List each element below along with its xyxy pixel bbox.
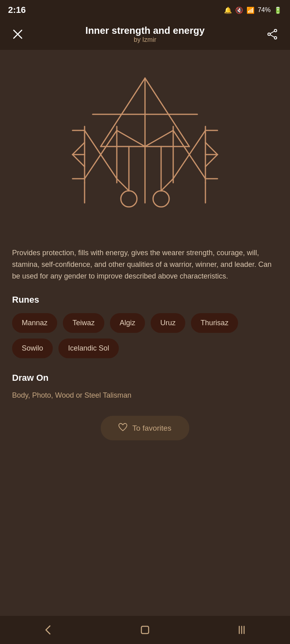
close-button[interactable] bbox=[10, 26, 26, 42]
recent-icon bbox=[236, 624, 247, 636]
page-title-block: Inner strength and energy by Izmir bbox=[26, 25, 264, 43]
svg-line-33 bbox=[161, 179, 173, 191]
share-button[interactable] bbox=[264, 26, 280, 42]
rune-badge-uruz[interactable]: Uruz bbox=[151, 313, 185, 333]
runes-section-title: Runes bbox=[12, 295, 278, 305]
status-time: 2:16 bbox=[8, 5, 26, 15]
heart-icon bbox=[118, 423, 127, 433]
rune-badge-teiwaz[interactable]: Teiwaz bbox=[63, 313, 104, 333]
battery-icon: 🔋 bbox=[274, 6, 282, 14]
draw-on-title: Draw On bbox=[12, 373, 278, 383]
svg-point-4 bbox=[268, 33, 270, 35]
home-button[interactable] bbox=[129, 620, 161, 640]
back-icon bbox=[43, 624, 54, 636]
favorites-label: To favorites bbox=[132, 424, 171, 433]
favorites-button[interactable]: To favorites bbox=[101, 416, 189, 440]
back-button[interactable] bbox=[32, 620, 64, 640]
page-author: by Izmir bbox=[26, 36, 264, 43]
status-icons: 🔔 🔇 📶 74% 🔋 bbox=[224, 6, 282, 14]
runes-section: Runes Mannaz Teiwaz Algiz Uruz Thurisaz … bbox=[12, 295, 278, 358]
mute-icon: 🔇 bbox=[235, 6, 243, 14]
status-bar: 2:16 🔔 🔇 📶 74% 🔋 bbox=[0, 0, 290, 20]
svg-rect-40 bbox=[141, 626, 149, 634]
svg-line-32 bbox=[117, 179, 129, 191]
favorites-button-container: To favorites bbox=[12, 416, 278, 440]
close-icon bbox=[12, 29, 23, 40]
svg-point-30 bbox=[121, 191, 137, 207]
rune-badge-icelandic-sol[interactable]: Icelandic Sol bbox=[58, 339, 119, 358]
svg-point-2 bbox=[274, 29, 277, 32]
rune-symbol-container bbox=[12, 58, 278, 247]
svg-line-7 bbox=[101, 78, 145, 147]
svg-line-5 bbox=[270, 31, 274, 34]
svg-line-6 bbox=[270, 35, 274, 37]
svg-point-31 bbox=[153, 191, 169, 207]
share-icon bbox=[267, 29, 278, 40]
home-icon bbox=[139, 624, 151, 636]
svg-line-25 bbox=[205, 155, 218, 167]
rune-badge-thurisaz[interactable]: Thurisaz bbox=[191, 313, 238, 333]
page-title: Inner strength and energy bbox=[26, 25, 264, 36]
rune-symbol-svg bbox=[52, 66, 238, 235]
rune-badge-mannaz[interactable]: Mannaz bbox=[12, 313, 57, 333]
svg-point-3 bbox=[274, 37, 277, 39]
rune-badge-sowilo[interactable]: Sowilo bbox=[12, 339, 53, 358]
top-bar: Inner strength and energy by Izmir bbox=[0, 20, 290, 50]
svg-line-27 bbox=[145, 130, 173, 147]
runes-grid: Mannaz Teiwaz Algiz Uruz Thurisaz Sowilo… bbox=[12, 313, 278, 358]
bottom-nav bbox=[0, 616, 290, 644]
svg-line-24 bbox=[205, 142, 218, 155]
draw-on-section: Draw On Body, Photo, Wood or Steel Talis… bbox=[12, 373, 278, 400]
svg-line-18 bbox=[72, 155, 85, 167]
battery-text: 74% bbox=[258, 6, 271, 14]
wifi-icon: 📶 bbox=[246, 6, 255, 14]
draw-on-text: Body, Photo, Wood or Steel Talisman bbox=[12, 391, 278, 400]
rune-badge-algiz[interactable]: Algiz bbox=[110, 313, 145, 333]
main-content: Provides protection, fills with energy, … bbox=[0, 50, 290, 473]
svg-line-8 bbox=[145, 78, 189, 147]
description-text: Provides protection, fills with energy, … bbox=[12, 247, 278, 282]
svg-line-17 bbox=[72, 142, 85, 155]
recent-button[interactable] bbox=[226, 620, 258, 640]
notification-icon: 🔔 bbox=[224, 6, 232, 14]
svg-line-26 bbox=[117, 130, 145, 147]
